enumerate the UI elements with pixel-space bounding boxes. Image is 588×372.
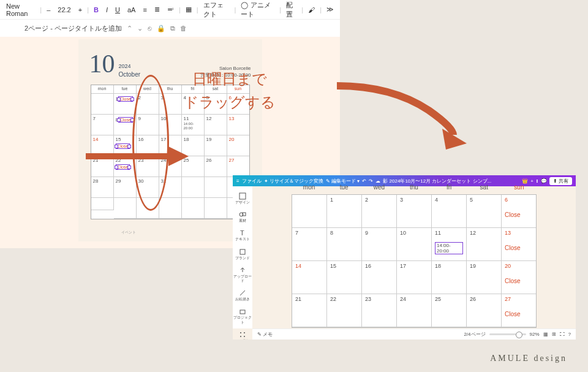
lock-icon[interactable]: ⎋ <box>148 25 152 32</box>
spacing-button[interactable]: ≕ <box>165 4 176 15</box>
table-row: 7 8Close 9 10 1114:00-20:00 12 13 <box>91 115 249 135</box>
arrow-right-icon <box>86 144 190 169</box>
top-toolbar: New Roman | – 22.2 + | B I U aA ≡ ≣ ≕ | … <box>0 0 340 20</box>
fullscreen-icon[interactable]: ⛶ <box>560 332 565 337</box>
list-button[interactable]: ≣ <box>152 4 162 15</box>
page-subbar: 2ページ - ページタイトルを追加 ⌃ ⌄ ⎋ 🔒 ⧉ 🗑 <box>0 20 340 37</box>
close-label[interactable]: Close <box>118 96 133 102</box>
svg-point-14 <box>240 336 241 337</box>
view-list-icon[interactable]: ⊞ <box>552 332 556 337</box>
brand-watermark: AMULE design <box>490 354 567 363</box>
transparency-icon[interactable]: ▦ <box>183 4 194 15</box>
zoom-value[interactable]: 92% <box>530 332 540 337</box>
share-button[interactable]: ⬆ 共有 <box>549 177 572 185</box>
table-row: 7 8 9 10 1114:00-20:00 12 13Close <box>292 228 536 261</box>
page-title-input[interactable]: 2ページ - ページタイトルを追加 <box>24 24 122 33</box>
animate-button[interactable]: ◯ アニメート <box>238 0 277 20</box>
view-grid-icon[interactable]: ▦ <box>543 332 548 337</box>
sidebar-brand[interactable]: ブランド <box>235 248 250 260</box>
more-icon[interactable]: ≫ <box>324 4 336 15</box>
underline-button[interactable]: U <box>113 5 123 15</box>
annotation-text: 日曜日まで ドラッグする <box>184 67 276 115</box>
left-sidebar: デザイン 素材 Tテキスト ブランド アップロード お絵描き プロジェクト アプ… <box>233 186 252 328</box>
event-label: イベント <box>121 230 136 235</box>
close-label: Close <box>505 211 533 218</box>
table-row: 21 22 23 24 25 26 27Close <box>292 294 536 327</box>
chevron-down-icon[interactable]: ⌄ <box>137 25 143 32</box>
sidebar-upload[interactable]: アップロード <box>233 267 252 283</box>
close-label: Close <box>505 311 533 317</box>
sidebar-project[interactable]: プロジェクト <box>233 308 252 324</box>
svg-rect-6 <box>239 193 246 199</box>
sidebar-text[interactable]: Tテキスト <box>235 229 250 241</box>
sidebar-element[interactable]: 素材 <box>239 211 246 223</box>
align-button[interactable]: ≡ <box>140 5 149 15</box>
bold-button[interactable]: B <box>91 5 101 15</box>
comment-icon[interactable]: 💬 <box>541 178 547 184</box>
day-tue: tue <box>114 85 137 94</box>
placement-button[interactable]: 配置 <box>284 0 299 20</box>
svg-point-15 <box>244 336 245 337</box>
day-mon: mon <box>91 85 114 94</box>
table-row <box>91 198 249 219</box>
memo-button[interactable]: ✎ メモ <box>257 331 273 338</box>
chevron-up-icon[interactable]: ⌃ <box>127 25 132 32</box>
svg-point-13 <box>244 332 245 333</box>
table-row: 28 29 30 31 <box>91 177 249 198</box>
help-icon[interactable]: ? <box>568 332 571 337</box>
file-menu[interactable]: ファイル <box>242 178 262 184</box>
arrow-curved-icon <box>331 80 472 153</box>
sidebar-design[interactable]: デザイン <box>235 192 250 205</box>
page-lock-icon[interactable]: 🔒 <box>157 25 165 32</box>
font-plus[interactable]: + <box>76 5 85 15</box>
divider: | <box>40 6 42 13</box>
svg-point-12 <box>240 332 241 333</box>
bottom-bar: ✎ メモ 2/4ページ 92% ▦ ⊞ ⛶ ? <box>252 328 576 340</box>
month-label: 2024 October <box>119 63 141 78</box>
close-label: Close <box>505 278 533 284</box>
font-minus[interactable]: – <box>44 5 53 15</box>
sidebar-draw[interactable]: お絵描き <box>235 289 250 302</box>
menu-icon[interactable]: ≡ <box>236 178 239 184</box>
weekday-header: mon tue wed thu fri sat sun <box>292 175 537 194</box>
case-button[interactable]: aA <box>125 5 138 15</box>
page-indicator[interactable]: 2/4ページ <box>464 331 485 338</box>
calendar-grid-after[interactable]: 1 2 3 4 5 6Close 7 8 9 10 1114:00-20:00 … <box>292 194 537 328</box>
time-label: 14:00-20:00 <box>435 242 463 254</box>
svg-rect-11 <box>240 310 245 314</box>
highlight-oval <box>132 75 169 211</box>
font-name[interactable]: New Roman <box>4 1 37 18</box>
svg-marker-1 <box>168 146 189 166</box>
font-size[interactable]: 22.2 <box>55 5 73 15</box>
zoom-slider[interactable] <box>489 333 526 335</box>
effect-button[interactable]: エフェクト <box>201 0 232 20</box>
close-label: Close <box>505 245 533 251</box>
trash-icon[interactable]: 🗑 <box>180 25 187 32</box>
table-row: 1 2 3 4 5 6Close <box>292 195 536 228</box>
table-row: 14 15 16 17 18 19 20Close <box>292 261 536 294</box>
svg-rect-10 <box>240 249 245 254</box>
panel-after: ≡ ファイル ✦ リサイズ＆マジック変換 ✎ 編集モード ▾ ↶ ↷ ☁ 影 2… <box>233 175 576 340</box>
duplicate-icon[interactable]: ⧉ <box>170 25 175 32</box>
sidebar-app[interactable]: アプリ <box>237 331 248 340</box>
italic-button[interactable]: I <box>104 5 110 15</box>
calendar-canvas-after[interactable]: mon tue wed thu fri sat sun 1 2 3 4 5 6C… <box>252 186 576 328</box>
svg-text:T: T <box>240 229 244 237</box>
close-label[interactable]: Close <box>118 117 133 123</box>
month-number: 10 <box>89 49 115 78</box>
paint-icon[interactable]: 🖌 <box>306 5 317 15</box>
